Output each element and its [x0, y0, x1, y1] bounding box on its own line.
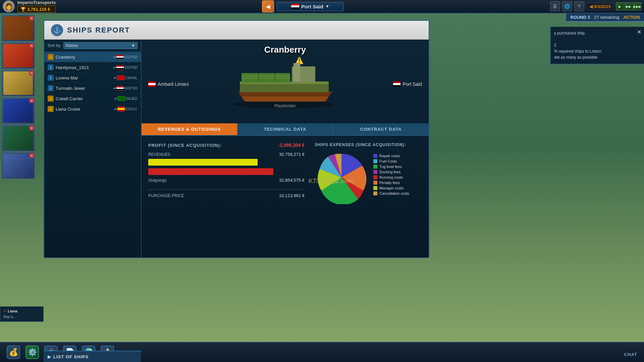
tab-contract-data[interactable]: CONTRACT DATA	[333, 123, 429, 135]
bottom-icon-ships[interactable]: ⚙️	[25, 346, 39, 359]
outgoings-label: Outgoings	[148, 178, 167, 183]
ship-detail-panel: Cranberry ⚠️ Ambarli Limani	[142, 40, 429, 257]
notification-text: y purchased ship. 2 % repaired ships to …	[554, 30, 641, 60]
ship-status-info-icon-handymax: ℹ	[48, 64, 54, 70]
thumbnail-6[interactable]: ✕	[1, 152, 35, 179]
purchase-label: PURCHASE PRICE	[148, 193, 184, 198]
thumbnail-4[interactable]: ✕	[1, 97, 35, 124]
menu-icon-button[interactable]: ☰	[550, 1, 560, 11]
thumbnail-close-5[interactable]: ✕	[29, 126, 34, 130]
globe-icon-button[interactable]: 🌐	[562, 1, 572, 11]
top-bar-left: 👩 ImperioTransports 🏆 3,761,116 €	[0, 0, 58, 13]
flag-canada-lorena	[117, 75, 124, 80]
thumbnail-3[interactable]: ✕	[1, 70, 35, 97]
thumbnail-close-6[interactable]: ✕	[29, 153, 34, 158]
ship-route-handymax: EGPSD	[124, 65, 138, 69]
ship-name-cranberry: Cranberry	[56, 55, 111, 60]
sort-select[interactable]: Klasse ▼	[63, 42, 138, 49]
svg-rect-8	[258, 73, 259, 82]
ship-flag-cobalt: ⇌ SAJED	[114, 96, 138, 101]
ship-flag-handymax: ⇌ EGPSD	[113, 65, 138, 70]
liana-ship-status: Ship is...	[3, 315, 16, 319]
outgoings-bar-container	[148, 168, 305, 175]
nav-skip-button[interactable]: ▶▶▶	[633, 2, 641, 10]
ship-route-icon-turmalin: ⇌	[113, 86, 116, 90]
chat-label: CHAT	[624, 352, 637, 357]
top-bar-right: ☰ 🌐 ? ◀ 9/3/2015 ▶ ▶▶ ▶▶▶	[547, 1, 644, 11]
nav-back-button[interactable]: ◀	[262, 0, 274, 12]
legend-dot-fuel	[373, 159, 377, 163]
thumbnail-1[interactable]: ✕	[1, 15, 35, 42]
legend-label-tug: Tug boat fees	[379, 165, 402, 169]
list-footer-label: LIST OF SHIPS	[53, 354, 89, 359]
ship-item-cobalt[interactable]: ⚠ Cobalt Carrier ⇌ SAJED	[44, 94, 141, 104]
ships-report-icon: ⚓	[51, 24, 63, 36]
legend-label-manager: Manager costs	[379, 186, 404, 190]
liana-notification: ✕ Liana Ship is...	[0, 306, 44, 322]
tab-technical-data[interactable]: TECHNICAL DATA	[237, 123, 333, 135]
flag-egypt-turmalin	[116, 86, 124, 90]
ship-route-icon-liana: ⇌	[114, 107, 117, 111]
date-arrow: ◀	[589, 4, 593, 9]
nav-next-button[interactable]: ▶	[616, 2, 624, 10]
svg-rect-9	[274, 73, 275, 82]
svg-rect-7	[241, 78, 290, 79]
location-flag	[291, 4, 299, 9]
notification-panel: ✕ y purchased ship. 2 % repaired ships t…	[550, 27, 644, 64]
nav-fast-forward-button[interactable]: ▶▶	[625, 2, 633, 10]
ship-list-panel: Sort by: Klasse ▼ ⚠ Cranberry ⇌ EGPSD	[44, 40, 142, 257]
legend-penalty-fees: Penalty fees	[373, 181, 409, 185]
outgoings-bar	[148, 168, 273, 175]
round-panel: ROUND 3 27 remaining ACTION	[566, 13, 644, 22]
thumbnail-close-3[interactable]: ✕	[29, 71, 34, 75]
profit-label: PROFIT (SINCE ACQUISITION):	[148, 143, 222, 148]
liana-ship-name: Liana	[8, 309, 17, 313]
ship-item-liana[interactable]: ⚠ Liana Cruise ⇌ ESVLC	[44, 104, 141, 114]
ship-item-handymax[interactable]: ℹ Handymax_1913 ⇌ EGPSD	[44, 62, 141, 73]
ship-placeholder-text: Placeholder	[274, 104, 296, 108]
legend-label-fuel: Fuel Costs	[379, 159, 397, 163]
date-value: 9/3/2015	[594, 4, 611, 9]
legend-docking-fees: Docking fees	[373, 170, 409, 174]
pie-chart-svg	[315, 150, 368, 204]
tab-revenues-outgoings[interactable]: REVENUES & OUTGOINGS	[142, 123, 237, 135]
notif-close-button[interactable]: ✕	[637, 29, 641, 35]
location-badge[interactable]: Port Said ▼	[277, 2, 344, 11]
ship-status-info-icon-lorena: ℹ	[48, 75, 54, 81]
svg-rect-4	[293, 63, 300, 81]
chart-legend: Repair costs Fuel Costs Tug boat fees	[373, 154, 409, 195]
bottom-icon-money[interactable]: 💰	[7, 346, 20, 359]
ship-name-handymax: Handymax_1913	[56, 65, 111, 70]
destination-name: Port Said	[402, 81, 422, 87]
ship-route-cranberry: EGPSD	[124, 55, 138, 59]
thumbnail-close-4[interactable]: ✕	[29, 98, 34, 103]
ship-item-lorena[interactable]: ℹ Lorena Mar ⇌ CAHAL	[44, 73, 141, 83]
chart-title: SHIPS EXPENSES (SINCE ACQUISITION):	[315, 142, 422, 147]
legend-dot-cancellation	[373, 191, 377, 195]
destination-badge: Port Said	[393, 81, 422, 87]
thumbnail-2[interactable]: ✕	[1, 42, 35, 69]
thumbnail-close-2[interactable]: ✕	[29, 43, 34, 48]
sort-bar: Sort by: Klasse ▼	[44, 40, 141, 52]
ship-svg	[231, 55, 339, 108]
ship-status-warning-icon-liana: ⚠	[48, 106, 54, 112]
legend-tug-fees: Tug boat fees	[373, 165, 409, 169]
modal-body: Sort by: Klasse ▼ ⚠ Cranberry ⇌ EGPSD	[44, 40, 429, 257]
ship-status-info-icon-turmalin: ℹ	[48, 85, 54, 91]
thumbnail-close-1[interactable]: ✕	[29, 16, 34, 20]
left-stats: PROFIT (SINCE ACQUISITION): -2,095,304 €…	[148, 142, 305, 251]
ship-route-icon-cobalt: ⇌	[114, 97, 117, 101]
notif-line3: ate as many as possible.	[554, 54, 641, 60]
ship-flag-lorena: ⇌ CAHAL	[114, 75, 138, 80]
legend-running-costs: Running costs	[373, 175, 409, 179]
ship-3d-illustration: Placeholder	[231, 55, 339, 108]
action-label: ACTION	[623, 15, 640, 20]
flag-spain-liana	[117, 107, 125, 111]
thumbnail-5[interactable]: ✕	[1, 125, 35, 152]
ship-item-turmalin[interactable]: ℹ Turmalin Jewel ⇌ EGPSD	[44, 83, 141, 94]
ship-item-cranberry[interactable]: ⚠ Cranberry ⇌ EGPSD	[44, 52, 141, 62]
purchase-value: 10,113,961 €	[279, 193, 305, 198]
help-icon-button[interactable]: ?	[574, 1, 584, 11]
ship-route-icon-cranberry: ⇌	[113, 55, 116, 59]
ship-flag-turmalin: ⇌ EGPSD	[113, 86, 138, 90]
